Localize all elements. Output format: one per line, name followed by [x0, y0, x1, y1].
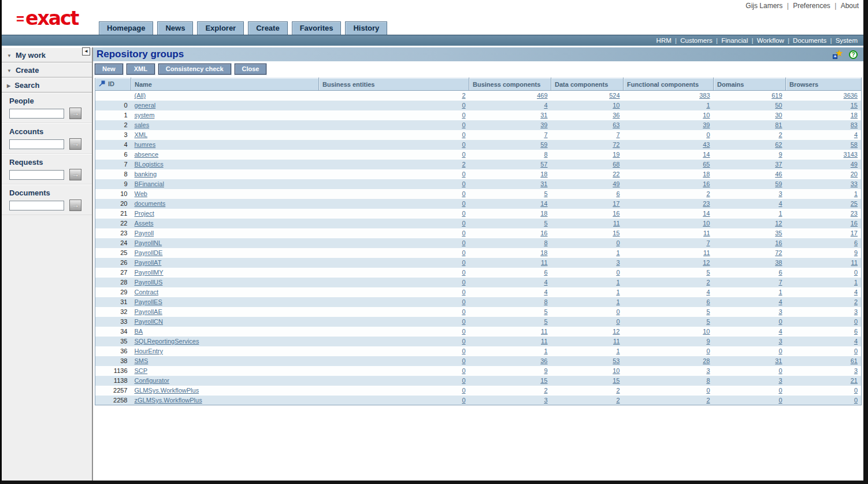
count-link[interactable]: 16	[775, 239, 782, 246]
count-link[interactable]: 30	[775, 112, 782, 119]
name-link[interactable]: SCP	[135, 367, 148, 374]
count-link[interactable]: 6	[544, 269, 547, 276]
count-link[interactable]: 43	[703, 141, 710, 148]
column-header-functional-components[interactable]: Functional components	[624, 78, 714, 91]
count-link[interactable]: 38	[775, 259, 782, 266]
count-link[interactable]: 2	[616, 387, 620, 394]
count-link[interactable]: 3	[778, 338, 782, 345]
column-header-data-components[interactable]: Data components	[551, 78, 624, 91]
count-link[interactable]: 619	[771, 92, 782, 99]
count-link[interactable]: 3	[854, 308, 858, 315]
count-link[interactable]: 0	[616, 308, 620, 315]
count-link[interactable]: 4	[854, 338, 858, 345]
count-link[interactable]: 2	[462, 161, 465, 168]
column-header-name[interactable]: Name	[131, 78, 319, 91]
count-link[interactable]: 9	[544, 367, 547, 374]
name-link[interactable]: PayrollNL	[135, 239, 162, 246]
count-link[interactable]: 3	[778, 377, 782, 384]
count-link[interactable]: 11	[541, 328, 547, 335]
count-link[interactable]: 6	[706, 298, 710, 305]
count-link[interactable]: 37	[775, 161, 782, 168]
count-link[interactable]: 1	[854, 279, 858, 286]
new-button[interactable]: New	[95, 64, 123, 75]
name-link[interactable]: banking	[135, 171, 157, 178]
count-link[interactable]: 5	[544, 190, 547, 197]
count-link[interactable]: 4	[778, 298, 782, 305]
name-link[interactable]: BA	[135, 328, 143, 335]
count-link[interactable]: 2	[706, 397, 710, 404]
count-link[interactable]: 1	[616, 289, 620, 295]
count-link[interactable]: 0	[462, 102, 465, 109]
count-link[interactable]: 39	[703, 121, 710, 128]
column-header-business-components[interactable]: Business components	[469, 78, 551, 91]
people-search-input[interactable]	[9, 109, 64, 119]
count-link[interactable]: 1	[616, 348, 620, 354]
count-link[interactable]: 19	[613, 151, 620, 158]
count-link[interactable]: 7	[616, 131, 620, 138]
name-link[interactable]: BFinancial	[135, 180, 164, 187]
count-link[interactable]: 0	[462, 367, 465, 374]
count-link[interactable]: 18	[540, 210, 547, 217]
help-icon[interactable]: ?	[849, 50, 858, 59]
count-link[interactable]: 2	[616, 397, 620, 404]
count-link[interactable]: 0	[462, 298, 465, 305]
count-link[interactable]: 0	[462, 279, 465, 286]
count-link[interactable]: 0	[616, 269, 620, 276]
count-link[interactable]: 72	[613, 141, 620, 148]
count-link[interactable]: 12	[775, 220, 782, 227]
count-link[interactable]: 49	[613, 180, 620, 187]
count-link[interactable]: 0	[462, 259, 465, 266]
requests-go-button[interactable]: →	[69, 169, 81, 180]
count-link[interactable]: 0	[462, 377, 465, 384]
count-link[interactable]: 383	[699, 92, 710, 99]
count-link[interactable]: 46	[775, 171, 782, 178]
name-link[interactable]: Configurator	[135, 377, 170, 384]
sidebar-collapse-icon[interactable]: ◄	[82, 47, 90, 56]
count-link[interactable]: 1	[616, 298, 620, 305]
count-link[interactable]: 83	[851, 121, 858, 128]
count-link[interactable]: 15	[540, 377, 547, 384]
count-link[interactable]: 17	[613, 200, 620, 207]
count-link[interactable]: 2	[544, 387, 547, 394]
count-link[interactable]: 7	[544, 131, 547, 138]
column-header-business-entities[interactable]: Business entities	[319, 78, 469, 91]
tab-explorer[interactable]: Explorer	[197, 21, 244, 35]
count-link[interactable]: 3	[854, 367, 858, 374]
count-link[interactable]: 0	[616, 239, 620, 246]
name-link[interactable]: PayrollES	[135, 298, 162, 305]
count-link[interactable]: 81	[775, 121, 782, 128]
count-link[interactable]: 14	[703, 151, 710, 158]
count-link[interactable]: 12	[703, 259, 710, 266]
count-link[interactable]: 3636	[844, 92, 858, 99]
count-link[interactable]: 20	[851, 171, 858, 178]
count-link[interactable]: 0	[462, 318, 465, 325]
count-link[interactable]: 0	[462, 151, 465, 158]
count-link[interactable]: 1	[616, 279, 620, 286]
count-link[interactable]: 6	[778, 269, 782, 276]
name-link[interactable]: PayrollAT	[135, 259, 162, 266]
name-link[interactable]: documents	[135, 200, 166, 207]
documents-go-button[interactable]: →	[69, 199, 81, 211]
count-link[interactable]: 8	[544, 298, 547, 305]
count-link[interactable]: 21	[851, 377, 858, 384]
name-link[interactable]: SMS	[135, 357, 149, 364]
count-link[interactable]: 65	[703, 161, 710, 168]
count-link[interactable]: 18	[851, 112, 858, 119]
menubar-link-documents[interactable]: Documents	[793, 37, 826, 44]
name-link[interactable]: general	[135, 102, 156, 109]
count-link[interactable]: 3	[778, 308, 782, 315]
count-link[interactable]: 0	[462, 200, 465, 207]
count-link[interactable]: 0	[462, 210, 465, 217]
menubar-link-system[interactable]: System	[836, 37, 858, 44]
count-link[interactable]: 31	[540, 180, 547, 187]
count-link[interactable]: 9	[706, 338, 710, 345]
count-link[interactable]: 49	[851, 161, 858, 168]
count-link[interactable]: 0	[706, 387, 710, 394]
count-link[interactable]: 1	[854, 190, 858, 197]
count-link[interactable]: 31	[775, 357, 782, 364]
count-link[interactable]: 10	[703, 328, 710, 335]
count-link[interactable]: 9	[854, 249, 858, 256]
documents-search-input[interactable]	[9, 201, 64, 210]
count-link[interactable]: 8	[544, 239, 547, 246]
name-link[interactable]: Web	[135, 190, 147, 197]
